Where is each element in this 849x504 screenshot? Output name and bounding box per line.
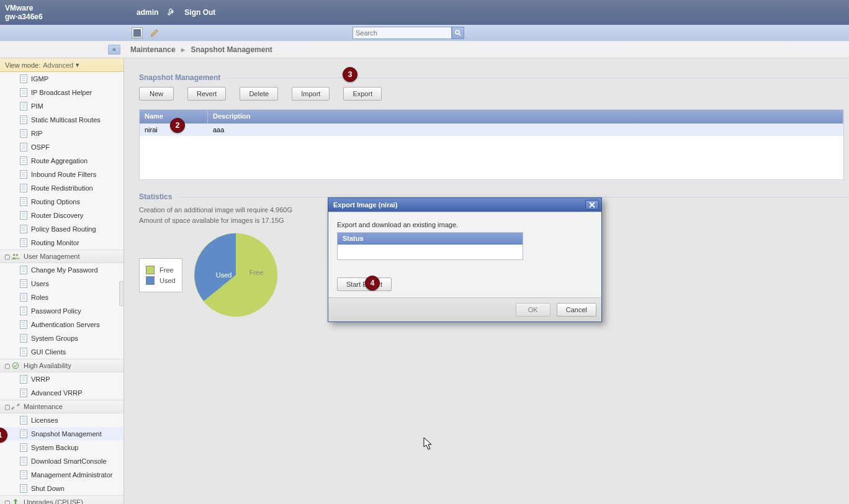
new-button[interactable]: New: [139, 87, 174, 101]
nav-shut-down[interactable]: Shut Down: [0, 482, 124, 495]
nav-roles[interactable]: Roles: [0, 290, 124, 304]
nav-rip[interactable]: RIP: [0, 127, 124, 140]
ok-button[interactable]: OK: [516, 303, 550, 317]
nav-password-policy[interactable]: Password Policy: [0, 304, 124, 318]
page-icon: [20, 143, 27, 151]
page-icon: [20, 348, 27, 356]
revert-button[interactable]: Revert: [187, 87, 226, 101]
nav-management-admin[interactable]: Management Administrator: [0, 468, 124, 482]
dialog-titlebar[interactable]: Export Image (nirai): [328, 198, 601, 212]
nav-pim[interactable]: PIM: [0, 99, 124, 113]
nav-vrrp[interactable]: VRRP: [0, 372, 124, 386]
page-icon: [20, 129, 27, 138]
status-header: Status: [338, 233, 523, 245]
minus-icon: ▢: [4, 403, 10, 410]
page-icon: [20, 375, 27, 384]
svg-point-0: [456, 30, 459, 34]
disk-usage-pie: Used Free: [192, 232, 279, 318]
crumb-maintenance[interactable]: Maintenance: [130, 45, 176, 54]
screenshot-icon[interactable]: [132, 27, 143, 38]
nav-routing-options[interactable]: Routing Options: [0, 195, 124, 209]
toolbar: [0, 25, 849, 41]
dialog-description: Export and download an existing image.: [337, 221, 593, 228]
caret-down-icon: ▼: [74, 62, 80, 68]
col-description[interactable]: Description: [208, 110, 843, 124]
import-button[interactable]: Import: [292, 87, 330, 101]
collapse-sidebar-icon[interactable]: «: [108, 45, 120, 55]
page-icon: [20, 156, 27, 165]
group-maintenance[interactable]: ▢Maintenance: [0, 400, 124, 413]
nav-inbound-route-filters[interactable]: Inbound Route Filters: [0, 168, 124, 181]
page-icon: [20, 266, 27, 274]
current-user: admin: [137, 8, 158, 17]
status-box: Status: [337, 232, 523, 260]
svg-point-4: [12, 362, 18, 368]
nav-users[interactable]: Users: [0, 277, 124, 290]
ha-icon: [11, 361, 20, 370]
pie-legend: Free Used: [139, 258, 182, 292]
group-upgrades[interactable]: ▢Upgrades (CPUSE): [0, 495, 124, 504]
page-icon: [20, 74, 27, 83]
breadcrumb-bar: « Maintenance ▸ Snapshot Management: [0, 41, 849, 58]
nav-policy-based-routing[interactable]: Policy Based Routing: [0, 222, 124, 236]
group-user-management[interactable]: ▢User Management: [0, 250, 124, 263]
brand-name: VMware: [5, 4, 124, 12]
search-input[interactable]: [353, 27, 452, 39]
nav-ospf[interactable]: OSPF: [0, 140, 124, 154]
app-header: VMware gw-a346e6 admin Sign Out: [0, 0, 849, 25]
nav-advanced-vrrp[interactable]: Advanced VRRP: [0, 386, 124, 400]
nav-route-aggregation[interactable]: Route Aggregation: [0, 154, 124, 168]
edit-icon[interactable]: [150, 27, 160, 39]
page-icon: [20, 211, 27, 220]
crumb-snapshot[interactable]: Snapshot Management: [191, 45, 272, 54]
nav-auth-servers[interactable]: Authentication Servers: [0, 318, 124, 331]
nav-router-discovery[interactable]: Router Discovery: [0, 209, 124, 222]
svg-point-3: [16, 254, 18, 256]
status-body: [338, 245, 523, 259]
nav-system-groups[interactable]: System Groups: [0, 331, 124, 345]
page-icon: [20, 225, 27, 233]
pie-label-used: Used: [216, 271, 232, 279]
page-icon: [20, 334, 27, 343]
swatch-used: [146, 276, 155, 285]
nav-ip-broadcast-helper[interactable]: IP Broadcast Helper: [0, 86, 124, 99]
nav-licenses[interactable]: Licenses: [0, 413, 124, 427]
page-icon: [20, 470, 27, 479]
mouse-cursor-icon: [423, 437, 433, 451]
cancel-button[interactable]: Cancel: [557, 303, 596, 317]
export-button[interactable]: Export: [343, 87, 382, 101]
nav-download-smartconsole[interactable]: Download SmartConsole: [0, 454, 124, 468]
nav-static-multicast-routes[interactable]: Static Multicast Routes: [0, 113, 124, 127]
nav-system-backup[interactable]: System Backup: [0, 441, 124, 454]
page-icon: [20, 184, 27, 192]
page-icon: [20, 430, 27, 438]
delete-button[interactable]: Delete: [240, 87, 278, 101]
group-high-availability[interactable]: ▢High Availability: [0, 359, 124, 372]
nav-igmp[interactable]: IGMP: [0, 72, 124, 86]
view-mode-selector[interactable]: View mode: Advanced ▼: [0, 58, 124, 72]
sign-out-link[interactable]: Sign Out: [184, 8, 215, 17]
users-icon: [11, 252, 20, 261]
wrench-icon[interactable]: [167, 7, 176, 18]
step-marker-2: 2: [170, 118, 185, 133]
sidebar-resize-handle[interactable]: [119, 281, 124, 306]
nav-snapshot-management[interactable]: Snapshot Management: [0, 427, 124, 441]
host-name: gw-a346e6: [5, 12, 124, 21]
nav-routing-monitor[interactable]: Routing Monitor: [0, 236, 124, 250]
sidebar: View mode: Advanced ▼ IGMP IP Broadcast …: [0, 58, 124, 504]
svg-point-2: [13, 254, 16, 256]
start-export-button[interactable]: Start Export: [337, 277, 392, 291]
page-icon: [20, 416, 27, 425]
svg-line-1: [459, 34, 461, 36]
cell-desc: aaa: [208, 126, 229, 133]
minus-icon: ▢: [4, 362, 10, 369]
nav-route-redistribution[interactable]: Route Redistribution: [0, 181, 124, 195]
search-button[interactable]: [452, 27, 464, 39]
dialog-close-button[interactable]: [585, 200, 599, 210]
table-row[interactable]: nirai aaa: [140, 124, 843, 136]
nav-gui-clients[interactable]: GUI Clients: [0, 345, 124, 359]
nav-change-password[interactable]: Change My Password: [0, 263, 124, 277]
breadcrumb: Maintenance ▸ Snapshot Management: [130, 45, 272, 54]
page-icon: [20, 102, 27, 110]
page-icon: [20, 170, 27, 179]
